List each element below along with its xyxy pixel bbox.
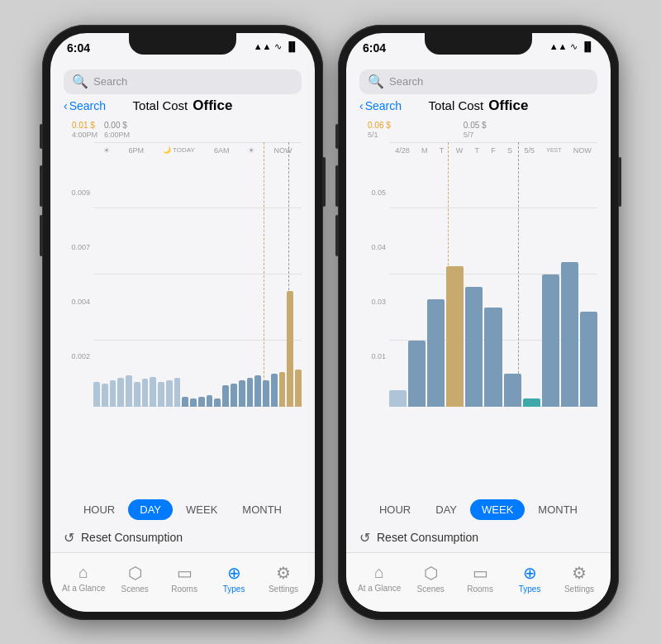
home-icon-2: ⌂	[374, 563, 384, 582]
bar-1-2	[110, 380, 117, 407]
nav-bar-2: ‹ Search Total Cost Office	[346, 98, 611, 117]
back-label-2: Search	[365, 99, 402, 112]
tab-scenes-1[interactable]: ⬡ Scenes	[115, 563, 155, 594]
bar-1-9	[166, 380, 173, 407]
mute-button-2	[335, 124, 339, 149]
nav-right-title-2: Office	[488, 98, 528, 114]
y-label-1-5: 0.002	[64, 352, 93, 360]
tooltip-val-gray-2: 0.05 $5/7	[464, 121, 487, 139]
week-button-1[interactable]: WEEK	[174, 499, 229, 520]
bar-1-21	[263, 380, 269, 407]
chart-area-1: 0.01 $4:00PM 0.00 $6:00PM 0.009 0.007 0.…	[50, 117, 315, 493]
battery-icon: ▐▌	[285, 41, 298, 51]
bar-1-18	[239, 380, 245, 407]
tab-rooms-1[interactable]: ▭ Rooms	[164, 563, 204, 594]
hour-button-1[interactable]: HOUR	[72, 499, 126, 520]
bar-1-6	[142, 379, 149, 407]
settings-icon-2: ⚙	[572, 563, 587, 583]
bar-1-13	[198, 397, 205, 407]
tab-scenes-2[interactable]: ⬡ Scenes	[411, 563, 450, 594]
signal-icon-2: ▲▲	[549, 41, 568, 51]
phone-1-screen: 6:04 ▲▲ ∿ ▐▌ 🔍 Search ‹ Search	[50, 33, 315, 612]
rooms-icon-1: ▭	[177, 563, 193, 583]
bar-2-8	[542, 274, 559, 407]
reset-text-2: Reset Consumption	[377, 531, 478, 544]
types-icon-2: ⊕	[523, 563, 537, 583]
types-icon-1: ⊕	[227, 563, 241, 583]
tab-types-2[interactable]: ⊕ Types	[510, 563, 549, 594]
search-bar-2[interactable]: 🔍 Search	[359, 69, 597, 94]
tab-label-settings-1: Settings	[269, 584, 298, 594]
search-icon-1: 🔍	[72, 74, 88, 89]
hour-button-2[interactable]: HOUR	[368, 499, 422, 520]
bars-row-2	[389, 142, 597, 407]
tab-types-1[interactable]: ⊕ Types	[214, 563, 254, 594]
search-placeholder-1: Search	[93, 75, 127, 88]
volume-down-button-2	[335, 215, 339, 256]
tab-label-settings-2: Settings	[564, 584, 594, 594]
wifi-icon-2: ∿	[570, 41, 578, 52]
month-button-2[interactable]: MONTH	[526, 499, 589, 520]
month-button-1[interactable]: MONTH	[231, 499, 293, 520]
tab-settings-2[interactable]: ⚙ Settings	[559, 563, 599, 594]
tab-rooms-2[interactable]: ▭ Rooms	[460, 563, 500, 594]
reset-text-1: Reset Consumption	[81, 531, 183, 544]
bar-2-9	[561, 262, 578, 407]
y-labels-2: 0.05 0.04 0.03 0.01	[359, 142, 389, 423]
tab-label-home-1: At a Glance	[62, 584, 105, 593]
bar-1-5	[134, 382, 140, 407]
tab-at-a-glance-2[interactable]: ⌂ At a Glance	[358, 563, 401, 593]
phone-2: 6:04 ▲▲ ∿ ▐▌ 🔍 Search ‹ Search	[338, 25, 619, 620]
chart-tooltip-2: 0.06 $5/1 0.05 $5/7	[359, 121, 597, 139]
volume-down-button	[40, 215, 43, 256]
volume-up-button-2	[335, 165, 339, 207]
search-bar-row-2[interactable]: 🔍 Search	[346, 69, 611, 98]
tab-label-types-2: Types	[519, 584, 541, 594]
week-button-2[interactable]: WEEK	[470, 499, 525, 520]
day-button-1[interactable]: DAY	[128, 499, 173, 520]
bar-1-1	[102, 384, 108, 407]
y-label-1-4: 0.004	[64, 298, 93, 306]
reset-icon-2: ↺	[359, 530, 370, 546]
tab-settings-1[interactable]: ⚙ Settings	[264, 563, 303, 594]
tab-bar-2: ⌂ At a Glance ⬡ Scenes ▭ Rooms ⊕ Types ⚙	[346, 552, 611, 612]
bar-2-7	[523, 398, 540, 407]
search-bar-row-1[interactable]: 🔍 Search	[50, 69, 315, 98]
nav-title-group-2: Total Cost Office	[429, 98, 529, 114]
back-button-1[interactable]: ‹ Search	[64, 99, 106, 112]
bars-row-1	[93, 142, 302, 407]
bar-2-1	[408, 341, 426, 407]
tab-label-rooms-2: Rooms	[467, 584, 493, 594]
search-bar-1[interactable]: 🔍 Search	[64, 69, 302, 94]
tab-at-a-glance-1[interactable]: ⌂ At a Glance	[62, 563, 105, 593]
chart-bars-wrapper-1: ☀ 6PM 🌙 TODAY 6AM ☀ NOW	[93, 142, 302, 423]
tab-label-scenes-2: Scenes	[416, 584, 444, 594]
tab-label-types-1: Types	[223, 584, 245, 594]
mute-button	[40, 124, 43, 149]
day-button-2[interactable]: DAY	[424, 499, 468, 520]
y-label-2-4: 0.01	[359, 352, 389, 360]
bar-1-8	[158, 382, 164, 407]
tab-label-home-2: At a Glance	[358, 584, 401, 593]
bar-1-15	[214, 398, 221, 407]
reset-row-2[interactable]: ↺ Reset Consumption	[346, 527, 611, 552]
chart-area-2: 0.06 $5/1 0.05 $5/7 0.05 0.04 0.03 0.01	[346, 117, 611, 493]
bar-2-2	[427, 299, 445, 407]
power-button-2	[618, 157, 621, 207]
nav-bar-1: ‹ Search Total Cost Office	[50, 98, 315, 117]
scenes-icon-1: ⬡	[128, 563, 142, 583]
rooms-icon-2: ▭	[473, 563, 488, 583]
signal-icon: ▲▲	[254, 41, 272, 51]
home-icon-1: ⌂	[78, 563, 88, 582]
time-controls-2: HOUR DAY WEEK MONTH	[346, 493, 611, 527]
nav-left-title-2: Total Cost	[429, 98, 484, 112]
phone-1: 6:04 ▲▲ ∿ ▐▌ 🔍 Search ‹ Search	[42, 25, 323, 620]
nav-right-title-1: Office	[193, 98, 232, 114]
back-button-2[interactable]: ‹ Search	[359, 99, 402, 112]
bar-1-11	[182, 397, 188, 407]
reset-row-1[interactable]: ↺ Reset Consumption	[50, 527, 315, 552]
phone-2-screen: 6:04 ▲▲ ∿ ▐▌ 🔍 Search ‹ Search	[346, 33, 611, 612]
y-label-2-1: 0.05	[359, 188, 389, 197]
bar-2-4	[465, 287, 483, 407]
chart-tooltip-1: 0.01 $4:00PM 0.00 $6:00PM	[64, 121, 302, 139]
